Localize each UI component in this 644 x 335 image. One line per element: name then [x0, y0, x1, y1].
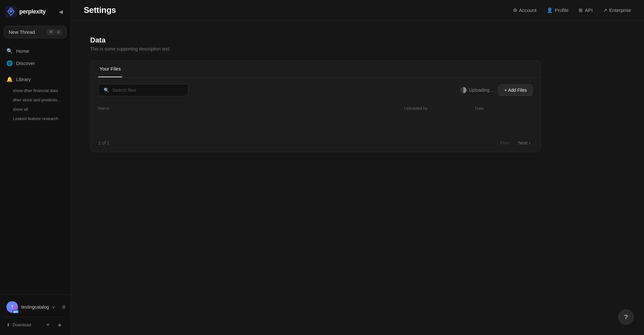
section-title: Data — [90, 36, 625, 44]
divider — [4, 317, 67, 317]
topnav-profile-link[interactable]: 👤 Profile — [547, 7, 569, 13]
files-toolbar: 🔍 Uploading... + Add Files — [90, 78, 541, 103]
page-title: Settings — [84, 5, 116, 15]
files-panel: Your Files 🔍 Uploading... + Add Files — [90, 60, 541, 152]
avatar: T pro — [6, 301, 18, 313]
help-button[interactable]: ? — [618, 309, 634, 325]
toolbar-right: Uploading... + Add Files — [460, 84, 533, 96]
search-icon: 🔍 — [104, 88, 109, 93]
files-table-body — [90, 114, 541, 134]
list-item[interactable]: dher stock and predictio... — [9, 95, 65, 105]
svg-point-1 — [10, 11, 12, 13]
topnav: Settings ⚙ Account 👤 Profile ⊞ API ↗ Ent… — [71, 0, 644, 21]
next-chevron-icon: › — [529, 140, 530, 145]
files-tabs: Your Files — [90, 61, 541, 78]
social-icons: ✕ ◈ — [43, 320, 64, 329]
download-row[interactable]: ⬇ Download ✕ ◈ — [4, 318, 67, 331]
profile-label: Profile — [555, 7, 569, 13]
discord-icon[interactable]: ◈ — [55, 320, 64, 329]
user-info: T pro testingcatalog — [6, 301, 49, 313]
logo: perplexity — [5, 6, 46, 17]
sidebar-header: perplexity ◀ — [0, 0, 71, 23]
home-icon: 🔍 — [6, 48, 13, 54]
pagination-controls: ‹ Prev Next › — [495, 139, 533, 147]
col-uploaded-by: Uploaded by — [404, 106, 475, 111]
logo-icon — [5, 6, 17, 17]
topnav-enterprise-link[interactable]: ↗ Enterprise — [603, 7, 631, 13]
sidebar-footer: T pro testingcatalog ∨ ⚙ ⬇ Download ✕ ◈ — [0, 294, 71, 335]
enterprise-label: Enterprise — [609, 7, 631, 13]
main-content: Settings ⚙ Account 👤 Profile ⊞ API ↗ Ent… — [71, 0, 644, 335]
search-box[interactable]: 🔍 — [98, 84, 188, 96]
section-desc: This is some supporting description text… — [90, 46, 625, 51]
col-date: Date — [475, 106, 533, 111]
chevron-down-icon[interactable]: ∨ — [49, 302, 58, 312]
col-name: Name — [98, 106, 404, 111]
keyboard-shortcut: ⌘ K — [47, 29, 62, 35]
topnav-links: ⚙ Account 👤 Profile ⊞ API ↗ Enterprise — [513, 7, 631, 13]
new-thread-label: New Thread — [9, 29, 35, 35]
prev-button[interactable]: ‹ Prev — [495, 139, 512, 147]
api-icon: ⊞ — [579, 7, 583, 13]
files-pagination: 1 of 1 ‹ Prev Next › — [90, 134, 541, 152]
sidebar: perplexity ◀ New Thread ⌘ K 🔍 Home 🌐 Dis… — [0, 0, 71, 335]
profile-icon: 👤 — [547, 7, 553, 13]
uploading-label: Uploading... — [469, 88, 493, 93]
api-label: API — [585, 7, 592, 13]
list-item[interactable]: show all — [9, 105, 65, 114]
sidebar-item-home[interactable]: 🔍 Home — [3, 45, 68, 57]
pro-badge: pro — [13, 310, 19, 313]
download-label: Download — [13, 322, 31, 327]
logo-text: perplexity — [19, 8, 46, 15]
add-files-button[interactable]: + Add Files — [498, 84, 533, 96]
discover-icon: 🌐 — [6, 60, 13, 66]
topnav-api-link[interactable]: ⊞ API — [579, 7, 592, 13]
account-icon: ⚙ — [513, 7, 517, 13]
settings-icon[interactable]: ⚙ — [59, 302, 68, 312]
user-actions: ∨ ⚙ — [49, 302, 68, 312]
enterprise-icon: ↗ — [603, 7, 607, 13]
collapse-button[interactable]: ◀ — [56, 7, 65, 16]
kbd-k: K — [56, 30, 62, 35]
uploading-badge: Uploading... — [460, 87, 493, 93]
username-label: testingcatalog — [21, 304, 49, 310]
pagination-info: 1 of 1 — [98, 140, 109, 145]
account-label: Account — [519, 7, 536, 13]
library-items-list: show dher financial data dher stock and … — [3, 85, 68, 124]
download-icon: ⬇ — [6, 322, 10, 327]
settings-content: Data This is some supporting description… — [71, 21, 644, 335]
library-section: 🔔 Library show dher financial data dher … — [0, 70, 71, 125]
help-icon: ? — [624, 313, 628, 321]
sidebar-item-discover[interactable]: 🌐 Discover — [3, 57, 68, 69]
files-table-header: Name Uploaded by Date — [90, 103, 541, 114]
twitter-icon[interactable]: ✕ — [43, 320, 52, 329]
library-icon: 🔔 — [6, 76, 13, 82]
prev-chevron-icon: ‹ — [497, 140, 499, 145]
search-input[interactable] — [112, 88, 183, 93]
list-item[interactable]: show dher financial data — [9, 86, 65, 95]
collapse-icon: ◀ — [59, 9, 63, 15]
uploading-icon — [460, 87, 467, 93]
user-row[interactable]: T pro testingcatalog ∨ ⚙ — [4, 299, 67, 315]
list-item[interactable]: Leaked feature research — [9, 114, 65, 123]
topnav-account-link[interactable]: ⚙ Account — [513, 7, 536, 13]
next-button[interactable]: Next › — [516, 139, 533, 147]
tab-your-files[interactable]: Your Files — [98, 61, 122, 77]
nav-section: 🔍 Home 🌐 Discover — [0, 43, 71, 70]
library-label: Library — [16, 77, 31, 82]
sidebar-item-library[interactable]: 🔔 Library — [3, 73, 68, 85]
new-thread-button[interactable]: New Thread ⌘ K — [4, 26, 67, 38]
kbd-cmd: ⌘ — [47, 29, 55, 35]
sidebar-item-label-home: Home — [16, 48, 29, 54]
sidebar-item-label-discover: Discover — [16, 60, 35, 66]
